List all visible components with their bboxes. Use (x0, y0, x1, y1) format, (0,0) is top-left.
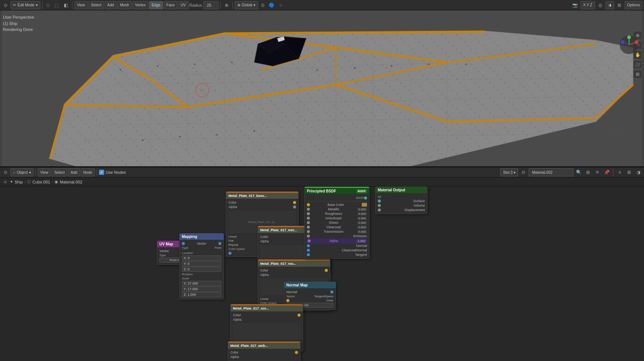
shader-right-icon1[interactable]: ≡ (616, 168, 624, 176)
img3-alpha-row: Alpha (260, 273, 328, 277)
view-icon-btn[interactable]: □ (44, 1, 52, 9)
shader-object-label: Object (17, 170, 28, 175)
normalmap-space-val: TangentSpace (314, 295, 333, 298)
nav-gizmo[interactable] (619, 35, 640, 56)
basecolor-in-socket (307, 203, 310, 206)
metallic-label: Metallic (328, 207, 339, 211)
shader-select-menu[interactable]: Select (52, 168, 67, 176)
principled-bsdf-out: BSDF (307, 196, 367, 200)
viewport-3d[interactable]: User Perspective (1) Ship Rendering Done… (0, 10, 644, 167)
material-pin-icon[interactable]: 📌 (603, 168, 611, 176)
trans-label: Transmission (324, 230, 343, 233)
face-menu[interactable]: Face (164, 1, 177, 9)
mapping-scale-y[interactable]: Y: 17.000 (182, 286, 221, 292)
render-icon[interactable]: 📷 (571, 1, 579, 9)
mapping-scale-x[interactable]: X: 27.000 (182, 281, 221, 286)
add-menu[interactable]: Add (105, 1, 117, 9)
radius-input[interactable]: 25 (203, 1, 218, 9)
slot-selector[interactable]: Slot 3 ▾ (500, 168, 518, 176)
breadcrumb-cube[interactable]: Cube.001 (32, 180, 50, 184)
breadcrumb-icon[interactable]: ⊙ (2, 179, 8, 185)
breadcrumb-ship-icon: ✦ (10, 179, 13, 184)
principled-metallic: Metallic 0.000 (307, 207, 367, 211)
mapping-scale-z[interactable]: Z: 1.000 (182, 292, 221, 297)
transform-chevron: ▾ (253, 3, 255, 7)
mapping-loc-y[interactable]: Y: 0 (182, 261, 221, 266)
normal-label: Normal (356, 244, 367, 248)
overlay-icon[interactable]: ◎ (596, 1, 604, 9)
basecolor-label: Base Color (327, 203, 344, 207)
mapping-loc-z[interactable]: Z: 0 (182, 267, 221, 272)
edge-menu[interactable]: Edge (149, 1, 163, 9)
cursor-icon[interactable]: ⊕ (223, 1, 231, 9)
mapping-type-row: Type Point (182, 246, 221, 250)
clearcoat-label: Clearcoat (326, 225, 341, 229)
breadcrumb-sep-1: › (24, 180, 26, 184)
img5-color-socket (295, 351, 298, 354)
shader-view-menu[interactable]: View (38, 168, 51, 176)
shader-right-icon2[interactable]: ⊞ (625, 168, 633, 176)
img5-body: Color Alpha Linear Repeat Single Image C… (228, 349, 300, 361)
svg-point-37 (142, 139, 143, 141)
mesh-menu[interactable]: Mesh (117, 1, 131, 9)
mapping-location-label: Location (182, 251, 221, 255)
img4-alpha-row: Alpha (233, 317, 301, 322)
img3-color-socket (325, 269, 328, 272)
svg-point-32 (317, 69, 318, 70)
pivot-icon[interactable]: ⊙ (259, 1, 267, 9)
mapping-loc-x[interactable]: X: 0 (182, 255, 221, 261)
matout-disp-socket (378, 208, 381, 211)
uvmap-title: UV Map (159, 242, 173, 246)
xyz-toggle[interactable]: X Y Z (581, 1, 595, 9)
roughness-socket (307, 212, 310, 215)
material-name-field[interactable]: Material.002 (529, 168, 573, 176)
breadcrumb-material[interactable]: Material.002 (60, 180, 83, 184)
mapping-type-val: Point (215, 246, 221, 249)
clearcoat-socket (307, 226, 310, 229)
fullscreen-icon[interactable]: ⊞ (615, 1, 623, 9)
img3-linear-label: Linear (260, 297, 268, 301)
view-icon-btn2[interactable]: ⬚ (52, 1, 61, 9)
use-nodes-checkbox[interactable]: ✓ (99, 170, 104, 175)
options-button[interactable]: Options (625, 1, 643, 9)
material-close-icon[interactable]: ✕ (593, 168, 601, 176)
scene-icon[interactable]: ⊙ (1, 1, 10, 9)
shader-object-select[interactable]: ○ Object ▾ (10, 168, 34, 176)
view-icon-btn3[interactable]: ◧ (62, 1, 70, 9)
principled-emission: Emission (307, 234, 367, 238)
viewport-shading[interactable]: ◑ (606, 1, 614, 9)
uv-menu[interactable]: UV (178, 1, 189, 9)
normalmap-title: Normal Map (286, 283, 308, 287)
shader-add-menu[interactable]: Add (68, 168, 80, 176)
mapping-body: Vector Type Point Location X: 0 Y: 0 Z: … (180, 240, 224, 299)
transform-select[interactable]: ⊕ Global ▾ (235, 1, 258, 9)
mode-selector[interactable]: ✏ Edit Mode ▾ (10, 1, 40, 9)
img5-color-row: Color (230, 350, 298, 355)
principled-transmission: Transmission 0.000 (307, 229, 367, 234)
image-texture-5: Metal_Plate_017_amb... Color Alpha Linea… (228, 341, 301, 361)
breadcrumb-cube-icon: ⬡ (27, 179, 31, 184)
node-editor[interactable]: UV Map Vector Type Point From Instance M… (0, 186, 644, 361)
matout-surface-label: Surface (413, 199, 425, 203)
mapping-type-label: Type (182, 246, 188, 249)
material-browse-icon[interactable]: 🔍 (575, 168, 583, 176)
top-toolbar: ⊙ ✏ Edit Mode ▾ □ ⬚ ◧ View Select Add Me… (0, 0, 644, 10)
render-overlay-icon[interactable]: ⊞ (633, 70, 642, 79)
breadcrumb-ship[interactable]: Ship (15, 180, 23, 184)
view-menu[interactable]: View (74, 1, 88, 9)
vertex-menu[interactable]: Vertex (133, 1, 148, 9)
material-copy-icon[interactable]: ⊞ (584, 168, 592, 176)
matout-header: Material Output (376, 187, 427, 193)
shader-node-menu[interactable]: Node (81, 168, 95, 176)
proportional-icon[interactable]: ○ (277, 1, 285, 9)
matout-displacement-row: Displacement (378, 208, 425, 212)
camera-tool-icon[interactable]: 🎥 (633, 60, 642, 69)
principled-bsdf-node: Principled BSDF BSDF BSDF Base Color Met… (304, 186, 370, 259)
snap-icon[interactable]: 🔵 (268, 1, 276, 9)
shader-right-icon3[interactable]: ◑ (634, 168, 643, 176)
select-menu[interactable]: Select (88, 1, 104, 9)
slot-settings-icon[interactable]: ⊙ (519, 168, 528, 176)
uvmap-type-label: Type (159, 254, 166, 257)
roughness-val: 0.500 (357, 212, 367, 216)
shader-editor-icon[interactable]: ⊙ (1, 168, 10, 176)
